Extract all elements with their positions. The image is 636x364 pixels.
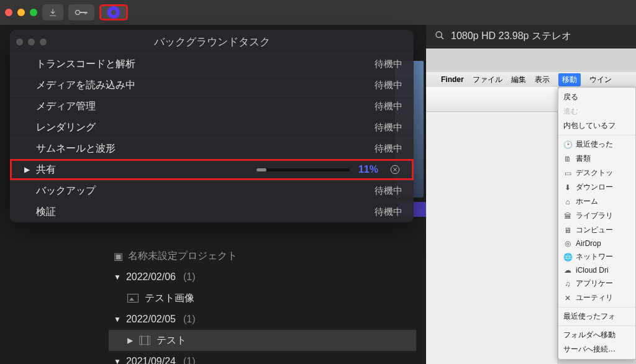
- project-name: 名称未設定プロジェクト: [128, 250, 237, 263]
- task-status: 待機中: [375, 143, 402, 155]
- go-icloud[interactable]: ☁iCloud Dri: [558, 264, 635, 276]
- keyword-button[interactable]: [68, 4, 94, 20]
- minimize-window-button[interactable]: [17, 9, 25, 16]
- event-group[interactable]: ▼ 2022/02/06 (1): [109, 266, 416, 288]
- go-applications[interactable]: ♫アプリケー: [558, 276, 635, 291]
- background-tasks-button[interactable]: [99, 4, 128, 20]
- event-group[interactable]: ▼ 2021/09/24 (1): [109, 351, 416, 364]
- viewer-header: 1080p HD 23.98p ステレオ: [426, 25, 636, 48]
- task-label: バックアップ: [36, 184, 96, 198]
- event-group[interactable]: ▼ 2022/02/05 (1): [109, 309, 416, 330]
- progress-bar: [257, 168, 350, 171]
- browser-pane: ▣ 名称未設定プロジェクト ▼ 2022/02/06 (1) テスト画像 ▼ 2…: [0, 25, 426, 364]
- cancel-x-icon: [390, 165, 400, 175]
- disclosure-down-icon: ▼: [114, 315, 121, 324]
- viewer-body: Finder ファイル 編集 表示 移動 ウイン 戻る 進む 内包しているフ 🕑…: [426, 48, 636, 364]
- viewer-format-label: 1080p HD 23.98p ステレオ: [451, 30, 571, 43]
- task-rows: トランスコードと解析待機中 メディアを読み込み中待機中 メディア管理待機中 レン…: [10, 53, 414, 222]
- go-utilities[interactable]: ✕ユーティリ: [558, 291, 635, 305]
- task-share: ▶ 共有 11%: [10, 159, 414, 180]
- go-network[interactable]: 🌐ネットワー: [558, 250, 635, 264]
- desktop-icon: ▭: [563, 169, 572, 178]
- menu-separator: [558, 325, 635, 326]
- task-thumbs: サムネールと波形待機中: [10, 138, 414, 159]
- disclosure-down-icon: ▼: [114, 273, 121, 281]
- go-library[interactable]: 🏛ライブラリ: [558, 209, 635, 223]
- import-button[interactable]: [42, 4, 63, 20]
- main-area: ▣ 名称未設定プロジェクト ▼ 2022/02/06 (1) テスト画像 ▼ 2…: [0, 25, 636, 364]
- task-label: メディアを読み込み中: [36, 79, 135, 92]
- go-connect-server[interactable]: サーバへ接続…: [558, 342, 635, 357]
- disclosure-right-icon[interactable]: ▶: [24, 165, 30, 174]
- go-enclosing[interactable]: 内包しているフ: [558, 119, 635, 133]
- finder-window: [426, 87, 558, 364]
- home-icon: ⌂: [563, 198, 572, 206]
- clip-row[interactable]: テスト画像: [109, 288, 416, 309]
- task-render: レンダリング待機中: [10, 117, 414, 138]
- go-airdrop[interactable]: ◎AirDrop: [558, 237, 635, 250]
- utilities-icon: ✕: [563, 294, 572, 303]
- task-import: メディアを読み込み中待機中: [10, 75, 414, 96]
- clip-row[interactable]: ▶ テスト: [109, 330, 416, 351]
- task-backup: バックアップ待機中: [10, 180, 414, 201]
- go-back[interactable]: 戻る: [558, 90, 635, 104]
- task-label: 共有: [36, 163, 56, 176]
- event-count: (1): [183, 356, 196, 364]
- image-clip-icon: [127, 294, 139, 303]
- menu-separator: [558, 307, 635, 307]
- finder-file-menu[interactable]: ファイル: [473, 75, 502, 85]
- close-window-button[interactable]: [5, 9, 12, 16]
- clip-name: テスト: [157, 334, 186, 347]
- project-row[interactable]: ▣ 名称未設定プロジェクト: [109, 245, 416, 266]
- video-clip-icon: [139, 336, 150, 345]
- event-count: (1): [183, 271, 196, 283]
- popup-zoom-button[interactable]: [40, 39, 47, 45]
- menu-separator: [558, 135, 635, 135]
- search-button[interactable]: [435, 30, 445, 43]
- play-icon: ▶: [127, 336, 133, 345]
- go-to-folder[interactable]: フォルダへ移動: [558, 328, 635, 342]
- zoom-window-button[interactable]: [30, 9, 37, 16]
- finder-sidebar: [426, 112, 558, 364]
- airdrop-icon: ◎: [563, 239, 572, 248]
- downloads-icon: ⬇: [563, 183, 572, 192]
- svg-point-5: [436, 32, 442, 37]
- progress-ring-icon: [107, 6, 120, 19]
- popup-header: バックグラウンドタスク: [10, 30, 414, 53]
- popup-close-button[interactable]: [16, 39, 23, 45]
- popup-traffic-lights: [16, 39, 47, 45]
- go-recents[interactable]: 🕑最近使った: [558, 137, 635, 152]
- svg-point-0: [76, 11, 80, 15]
- event-date: 2022/02/05: [126, 314, 176, 325]
- finder-go-menu[interactable]: 移動: [558, 73, 581, 86]
- finder-view-menu[interactable]: 表示: [535, 75, 550, 85]
- go-home[interactable]: ⌂ホーム: [558, 194, 635, 209]
- popup-title: バックグラウンドタスク: [154, 35, 270, 49]
- go-downloads[interactable]: ⬇ダウンロー: [558, 180, 635, 194]
- go-computer[interactable]: 🖥コンピュー: [558, 223, 635, 237]
- task-status: 待機中: [375, 80, 402, 91]
- finder-app-menu[interactable]: Finder: [441, 75, 464, 84]
- go-desktop[interactable]: ▭デスクトッ: [558, 166, 635, 180]
- task-verify: 検証待機中: [10, 201, 414, 222]
- task-label: サムネールと波形: [36, 142, 116, 155]
- task-media-mgmt: メディア管理待機中: [10, 96, 414, 117]
- clock-icon: 🕑: [563, 140, 572, 149]
- titlebar: [0, 0, 636, 25]
- traffic-lights: [5, 9, 37, 16]
- go-documents[interactable]: 🗎書類: [558, 152, 635, 166]
- task-status: 待機中: [375, 101, 402, 112]
- disclosure-down-icon: ▼: [114, 357, 121, 364]
- finder-edit-menu[interactable]: 編集: [511, 75, 526, 85]
- download-arrow-icon: [48, 8, 57, 17]
- event-count: (1): [183, 314, 196, 325]
- progress-percent: 11%: [358, 164, 378, 175]
- finder-window-menu[interactable]: ウイン: [589, 75, 612, 85]
- task-status: 待機中: [375, 185, 402, 197]
- popup-min-button[interactable]: [28, 39, 35, 45]
- task-status: 待機中: [375, 58, 402, 70]
- cancel-task-button[interactable]: [389, 164, 401, 175]
- library-icon: 🏛: [563, 212, 572, 221]
- project-icon: ▣: [114, 250, 123, 262]
- go-recent-folders[interactable]: 最近使ったフォ: [558, 309, 635, 324]
